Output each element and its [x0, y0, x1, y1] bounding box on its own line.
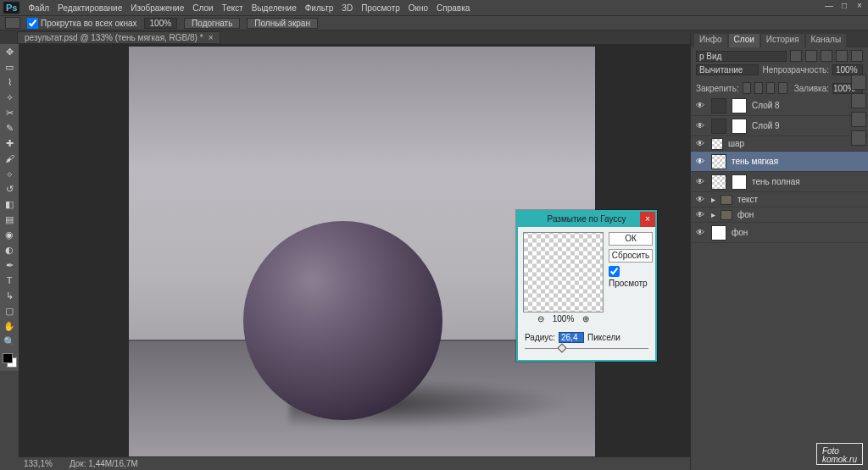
ok-button[interactable]: ОК — [609, 232, 653, 246]
layer-row[interactable]: 👁шар — [691, 136, 868, 152]
blur-preview[interactable] — [523, 232, 604, 312]
dock-swatches-icon[interactable] — [851, 93, 866, 108]
folder-icon[interactable] — [721, 210, 732, 220]
zoom-tool[interactable]: 🔍 — [0, 334, 19, 349]
scroll-all-windows-checkbox[interactable]: Прокрутка во всех окнах — [27, 18, 137, 29]
folder-icon[interactable] — [721, 195, 732, 205]
layer-mask-thumb[interactable] — [732, 119, 747, 134]
menu-3d[interactable]: 3D — [342, 3, 353, 13]
document-tab[interactable]: результат.psd @ 133% (тень мягкая, RGB/8… — [17, 31, 220, 44]
layer-thumb[interactable] — [711, 154, 726, 169]
shape-tool[interactable]: ▢ — [0, 303, 19, 318]
folder-toggle-icon[interactable]: ▸ — [711, 210, 715, 219]
preview-checkbox[interactable]: Просмотр — [609, 266, 653, 288]
filter-adjustment-icon[interactable] — [805, 50, 817, 62]
layer-row[interactable]: 👁фон — [691, 223, 868, 243]
filter-shape-icon[interactable] — [836, 50, 848, 62]
lock-position-icon[interactable] — [766, 82, 775, 94]
tab-channels[interactable]: Каналы — [806, 34, 847, 47]
eraser-tool[interactable]: ◧ — [0, 196, 19, 212]
menu-image[interactable]: Изображение — [131, 3, 184, 13]
crop-tool[interactable]: ✂ — [0, 105, 19, 120]
heal-tool[interactable]: ✚ — [0, 135, 19, 151]
dock-styles-icon[interactable] — [851, 130, 866, 146]
zoom-in-icon[interactable]: ⊕ — [582, 314, 589, 323]
blur-tool[interactable]: ◉ — [0, 227, 19, 242]
layer-name[interactable]: Слой 9 — [752, 121, 780, 130]
filter-image-icon[interactable] — [790, 50, 802, 62]
menu-text[interactable]: Текст — [222, 3, 243, 13]
visibility-icon[interactable]: 👁 — [694, 101, 706, 110]
lasso-tool[interactable]: ⌇ — [0, 75, 19, 90]
maximize-button[interactable]: □ — [839, 2, 849, 12]
layer-row[interactable]: 👁Слой 9 — [691, 116, 868, 136]
hand-tool-icon[interactable] — [5, 17, 20, 29]
fit-button[interactable]: Подогнать — [184, 18, 240, 29]
layer-name[interactable]: шар — [728, 139, 744, 148]
document-tab-close[interactable]: × — [209, 33, 214, 42]
close-button[interactable]: × — [854, 2, 865, 12]
path-tool[interactable]: ↳ — [0, 288, 19, 303]
lock-all-icon[interactable] — [778, 82, 787, 94]
slider-thumb[interactable] — [557, 343, 566, 352]
hand-tool[interactable]: ✋ — [0, 318, 19, 334]
dock-adjust-icon[interactable] — [851, 112, 866, 127]
layer-row[interactable]: 👁▸текст — [691, 192, 868, 207]
blend-mode-select[interactable] — [696, 64, 759, 75]
zoom-input[interactable]: 100% — [144, 18, 178, 29]
menu-filter[interactable]: Фильтр — [305, 3, 334, 13]
visibility-icon[interactable]: 👁 — [694, 195, 706, 204]
layer-row[interactable]: 👁▸фон — [691, 207, 868, 223]
tab-info[interactable]: Инфо — [694, 34, 727, 47]
wand-tool[interactable]: ✧ — [0, 90, 19, 105]
lock-transparency-icon[interactable] — [743, 82, 751, 94]
filter-text-icon[interactable] — [821, 50, 832, 62]
layer-mask-thumb[interactable] — [732, 174, 747, 190]
layer-thumb[interactable] — [711, 119, 726, 134]
type-tool[interactable]: T — [0, 273, 19, 288]
visibility-icon[interactable]: 👁 — [694, 139, 706, 148]
visibility-icon[interactable]: 👁 — [694, 177, 706, 186]
menu-view[interactable]: Просмотр — [361, 3, 400, 13]
pen-tool[interactable]: ✒ — [0, 257, 19, 273]
dock-color-icon[interactable] — [851, 75, 866, 90]
layer-row-selected[interactable]: 👁тень мягкая — [691, 152, 868, 172]
menu-select[interactable]: Выделение — [252, 3, 297, 13]
dodge-tool[interactable]: ◐ — [0, 242, 19, 257]
radius-input[interactable] — [559, 332, 584, 343]
visibility-icon[interactable]: 👁 — [694, 121, 706, 130]
dialog-close-button[interactable]: × — [640, 212, 655, 227]
tab-layers[interactable]: Слои — [729, 34, 760, 47]
layer-name[interactable]: Слой 8 — [752, 101, 780, 110]
stamp-tool[interactable]: ⟐ — [0, 166, 19, 181]
tab-history[interactable]: История — [761, 34, 804, 47]
lock-pixels-icon[interactable] — [754, 82, 763, 94]
eyedropper-tool[interactable]: ✎ — [0, 120, 19, 135]
status-info[interactable]: Док: 1,44М/16,7М — [70, 459, 138, 468]
layer-name[interactable]: фон — [732, 228, 748, 237]
color-swatches[interactable] — [2, 352, 17, 368]
move-tool[interactable]: ✥ — [0, 44, 19, 59]
menu-file[interactable]: Файл — [28, 3, 49, 13]
zoom-out-icon[interactable]: ⊖ — [537, 314, 544, 323]
menu-window[interactable]: Окно — [409, 3, 428, 13]
fullscreen-button[interactable]: Полный экран — [247, 18, 318, 29]
reset-button[interactable]: Сбросить — [609, 249, 653, 263]
layer-row[interactable]: 👁тень полная — [691, 172, 868, 192]
layer-name[interactable]: тень мягкая — [732, 157, 778, 166]
menu-help[interactable]: Справка — [437, 3, 470, 13]
layer-name[interactable]: фон — [737, 210, 754, 219]
layer-thumb[interactable] — [711, 225, 726, 241]
layer-thumb[interactable] — [711, 174, 726, 190]
layer-name[interactable]: текст — [737, 195, 758, 204]
history-brush-tool[interactable]: ↺ — [0, 181, 19, 196]
visibility-icon[interactable]: 👁 — [694, 228, 706, 237]
visibility-icon[interactable]: 👁 — [694, 210, 706, 219]
layer-mask-thumb[interactable] — [732, 98, 747, 113]
layer-thumb[interactable] — [711, 138, 723, 150]
layer-name[interactable]: тень полная — [752, 177, 800, 186]
radius-slider[interactable] — [525, 345, 648, 353]
menu-edit[interactable]: Редактирование — [58, 3, 122, 13]
status-zoom[interactable]: 133,1% — [24, 459, 53, 468]
dialog-title[interactable]: Размытие по Гауссу × — [518, 212, 655, 227]
